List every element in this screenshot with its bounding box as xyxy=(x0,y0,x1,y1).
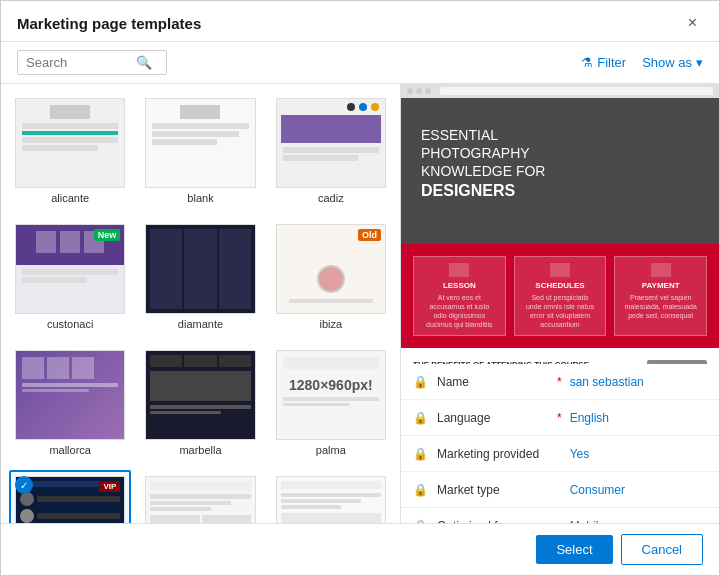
close-button[interactable]: × xyxy=(682,13,703,33)
filter-button[interactable]: ⚗ Filter xyxy=(581,55,626,70)
show-as-label: Show as xyxy=(642,55,692,70)
thumbnail-sitges xyxy=(145,476,255,523)
template-item-custonaci[interactable]: New custonaci xyxy=(9,218,131,336)
toolbar: 🔍 ⚗ Filter Show as ▾ xyxy=(1,42,719,84)
template-name-diamante: diamante xyxy=(145,318,255,330)
template-item-cadiz[interactable]: cadiz xyxy=(270,92,392,210)
prop-row-name: 🔒 Name * san sebastian xyxy=(401,364,719,400)
badge-new-custonaci: New xyxy=(94,229,121,241)
prop-value-market-type[interactable]: Consumer xyxy=(570,483,625,497)
search-input[interactable] xyxy=(26,55,136,70)
preview-cards: LESSON At vero eos et accusamus et iusto… xyxy=(401,244,719,348)
preview-camera-image: 📷 🔍 xyxy=(647,360,707,364)
filter-label: Filter xyxy=(597,55,626,70)
preview-bottom: THE BENEFITS OF ATTENDING THIS COURSE Al… xyxy=(401,348,719,364)
lock-icon-marketing: 🔒 xyxy=(413,447,429,461)
preview-image: ESSENTIAL PHOTOGRAPHY KNOWLEDGE FOR DESI… xyxy=(401,84,719,364)
template-name-alicante: alicante xyxy=(15,192,125,204)
template-name-mallorca: mallorca xyxy=(15,444,125,456)
thumbnail-diamante xyxy=(145,224,255,314)
chevron-down-icon: ▾ xyxy=(696,55,703,70)
template-grid-panel: alicante blank xyxy=(1,84,401,523)
template-item-mallorca[interactable]: mallorca xyxy=(9,344,131,462)
template-item-sitges[interactable]: sitges xyxy=(139,470,261,523)
template-item-alicante[interactable]: alicante xyxy=(9,92,131,210)
preview-bottom-text: THE BENEFITS OF ATTENDING THIS COURSE Al… xyxy=(413,360,635,364)
template-name-ibiza: ibiza xyxy=(276,318,386,330)
properties-panel: 🔒 Name * san sebastian 🔒 Language * Engl… xyxy=(401,364,719,523)
template-name-cadiz: cadiz xyxy=(276,192,386,204)
marketing-templates-dialog: Marketing page templates × 🔍 ⚗ Filter Sh… xyxy=(0,0,720,576)
prop-value-language[interactable]: English xyxy=(570,411,609,425)
template-item-diamante[interactable]: diamante xyxy=(139,218,261,336)
thumbnail-mallorca xyxy=(15,350,125,440)
lock-icon-language: 🔒 xyxy=(413,411,429,425)
template-item-palma[interactable]: 1280×960px! palma xyxy=(270,344,392,462)
template-name-blank: blank xyxy=(145,192,255,204)
prop-row-language: 🔒 Language * English xyxy=(401,400,719,436)
thumbnail-blank xyxy=(145,98,255,188)
template-name-marbella: marbella xyxy=(145,444,255,456)
template-item-marbella[interactable]: marbella xyxy=(139,344,261,462)
template-item-blank[interactable]: blank xyxy=(139,92,261,210)
badge-old-ibiza: Old xyxy=(358,229,381,241)
badge-vip-san-sebastian: VIP xyxy=(99,481,120,492)
show-as-button[interactable]: Show as ▾ xyxy=(642,55,703,70)
selected-checkmark: ✓ xyxy=(15,476,33,494)
thumbnail-custonaci: New xyxy=(15,224,125,314)
preview-hero-text: ESSENTIAL PHOTOGRAPHY KNOWLEDGE FOR DESI… xyxy=(421,126,699,201)
thumbnail-alicante xyxy=(15,98,125,188)
search-icon: 🔍 xyxy=(136,55,152,70)
dialog-title: Marketing page templates xyxy=(17,15,201,32)
thumbnail-marbella xyxy=(145,350,255,440)
thumbnail-ibiza: Old xyxy=(276,224,386,314)
prop-row-optimized-for: 🔒 Optimized for * Mobile xyxy=(401,508,719,523)
select-button[interactable]: Select xyxy=(536,535,612,564)
prop-value-marketing-provided[interactable]: Yes xyxy=(570,447,590,461)
preview-panel: ESSENTIAL PHOTOGRAPHY KNOWLEDGE FOR DESI… xyxy=(401,84,719,523)
dialog-header: Marketing page templates × xyxy=(1,1,719,42)
prop-value-name[interactable]: san sebastian xyxy=(570,375,644,389)
toolbar-right: ⚗ Filter Show as ▾ xyxy=(581,55,703,70)
preview-card-payment: PAYMENT Praesent vel sapien malesuada, m… xyxy=(614,256,707,336)
thumbnail-cadiz xyxy=(276,98,386,188)
thumbnail-struct1 xyxy=(276,476,386,523)
template-item-san-sebastian[interactable]: ✓ VIP xyxy=(9,470,131,523)
search-box[interactable]: 🔍 xyxy=(17,50,167,75)
template-grid: alicante blank xyxy=(9,92,392,523)
lock-icon-market-type: 🔒 xyxy=(413,483,429,497)
filter-icon: ⚗ xyxy=(581,55,593,70)
preview-card-lesson: LESSON At vero eos et accusamus et iusto… xyxy=(413,256,506,336)
cancel-button[interactable]: Cancel xyxy=(621,534,703,565)
preview-card-schedules: SCHEDULES Sed ut perspiciatis unde omnis… xyxy=(514,256,607,336)
prop-row-market-type: 🔒 Market type * Consumer xyxy=(401,472,719,508)
dialog-footer: Select Cancel xyxy=(1,523,719,575)
template-item-ibiza[interactable]: Old ibiza xyxy=(270,218,392,336)
template-name-palma: palma xyxy=(276,444,386,456)
prop-row-marketing-provided: 🔒 Marketing provided * Yes xyxy=(401,436,719,472)
preview-hero: ESSENTIAL PHOTOGRAPHY KNOWLEDGE FOR DESI… xyxy=(401,84,719,244)
lock-icon-name: 🔒 xyxy=(413,375,429,389)
template-item-struct1[interactable]: struct-1 xyxy=(270,470,392,523)
thumbnail-palma: 1280×960px! xyxy=(276,350,386,440)
template-name-custonaci: custonaci xyxy=(15,318,125,330)
dialog-body: alicante blank xyxy=(1,84,719,523)
